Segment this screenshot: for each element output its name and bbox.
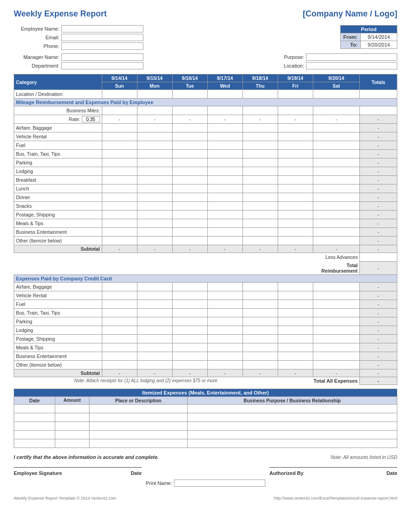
employee-name-input[interactable] [61,25,143,32]
col3-date: 9/16/14 [172,74,207,82]
phone-row: Phone: [14,42,143,50]
authorized-sig-block: Authorized By Date [269,467,397,476]
col2-date: 9/15/14 [137,74,172,82]
location-destination-label: Location / Destination: [14,90,102,99]
from-label: From: [340,33,360,41]
table-row: Meals & Tips - [14,343,397,352]
itemized-col-amount: Amount [55,396,89,404]
miles-d4[interactable] [207,106,242,115]
subtotal-row-2: Subtotal - - - - - - - - [14,369,397,377]
col6-day: Fri [278,82,313,90]
email-input[interactable] [61,34,143,41]
miles-d6[interactable] [278,106,313,115]
col7-date: 9/20/14 [313,74,360,82]
col4-day: Wed [207,82,242,90]
manager-input[interactable] [61,53,143,61]
rate-d1: - [102,115,137,124]
col5-date: 9/18/14 [242,74,278,82]
table-row: Bus, Train, Taxi, Tips - [14,308,397,317]
certify-section: I certify that the above information is … [14,454,397,460]
employee-name-row: Employee Name: [14,25,143,32]
rate-d2: - [137,115,172,124]
miles-d3[interactable] [172,106,207,115]
total-all-row: Note: Attach receipts for (1) ALL lodgin… [14,377,397,385]
purpose-location-fields: Purpose: Location: [272,53,397,69]
employee-sig-line [14,467,142,468]
itemized-col-place: Place or Description [89,396,187,404]
col6-date: 9/19/14 [278,74,313,82]
section1-header-row: Mileage Reimbursement and Expenses Paid … [14,99,397,106]
table-row: Vehicle Rental - [14,291,397,300]
department-label: Department: [14,63,59,68]
col4-date: 9/17/14 [207,74,242,82]
miles-d1[interactable] [102,106,137,115]
total-all-expenses-label: Total All Expenses [278,377,360,385]
table-row: Bus, Train, Taxi, Tips - [14,150,397,158]
department-input[interactable] [61,62,143,69]
employee-name-label: Employee Name: [14,26,59,32]
table-row: Dinner - [14,193,397,202]
table-row: Airfare, Baggage - [14,282,397,291]
table-row: Postage, Shipping - [14,211,397,219]
loc-d5[interactable] [242,90,278,99]
table-row: Lodging - [14,167,397,176]
print-name-row: Print Name: [14,479,397,487]
loc-d4[interactable] [207,90,242,99]
employee-sig-label: Employee Signature [14,470,62,476]
left-form-fields: Employee Name: Email: Phone: [14,25,143,50]
rate-total: - [360,115,397,124]
table-row: Meals & Tips - [14,219,397,228]
less-advances-label: Less Advances [313,253,360,262]
location-input[interactable] [306,62,397,69]
location-label: Location: [272,63,304,68]
page-header: Weekly Expense Report [Company Name / Lo… [14,9,397,19]
from-value: 9/14/2014 [361,33,397,41]
col2-day: Mon [137,82,172,90]
table-row: Postage, Shipping - [14,334,397,343]
rate-d6: - [278,115,313,124]
period-table: Period From: 9/14/2014 To: 9/20/2014 [340,25,397,49]
list-item [14,421,397,430]
table-row: Parking - [14,158,397,167]
list-item [14,404,397,413]
rate-d7: - [313,115,360,124]
miles-d7[interactable] [313,106,360,115]
table-row: Breakfast - [14,176,397,184]
manager-left-fields: Manager Name: Department: [14,53,143,69]
usd-note: Note: All amounts listed in USD [331,454,397,460]
rate-input[interactable] [82,116,100,122]
miles-d2[interactable] [137,106,172,115]
total-reimbursement-value: - [360,262,397,275]
loc-d3[interactable] [172,90,207,99]
company-name: [Company Name / Logo] [303,9,397,19]
rate-label: Rate: [69,116,80,122]
form-section: Employee Name: Email: Phone: Period From… [14,25,397,50]
report-title: Weekly Expense Report [14,9,107,19]
authorized-sig-labels: Authorized By Date [269,470,397,476]
col5-day: Thu [242,82,278,90]
business-miles-row: Business Miles: [14,106,397,115]
loc-d7[interactable] [313,90,360,99]
loc-d2[interactable] [137,90,172,99]
loc-d6[interactable] [278,90,313,99]
rate-d3: - [172,115,207,124]
purpose-row: Purpose: [272,53,397,61]
manager-row: Manager Name: [14,53,143,61]
purpose-input[interactable] [306,53,397,61]
miles-d5[interactable] [242,106,278,115]
period-header: Period [340,26,397,33]
subtotal-row-1: Subtotal - - - - - - - - [14,245,397,253]
location-row: Location: [272,62,397,69]
row-label-airfare1: Airfare, Baggage [14,124,102,132]
purpose-label: Purpose: [272,54,304,60]
table-row: Lunch - [14,184,397,193]
col1-day: Sun [102,82,137,90]
signature-section: Employee Signature Date Authorized By Da… [14,467,397,476]
phone-input[interactable] [61,42,143,50]
print-name-input[interactable] [174,479,265,487]
rate-label-cell: Rate: [14,115,102,124]
table-row: Snacks - [14,202,397,211]
less-advances-value[interactable] [360,253,397,262]
loc-d1[interactable] [102,90,137,99]
rate-d5: - [242,115,278,124]
